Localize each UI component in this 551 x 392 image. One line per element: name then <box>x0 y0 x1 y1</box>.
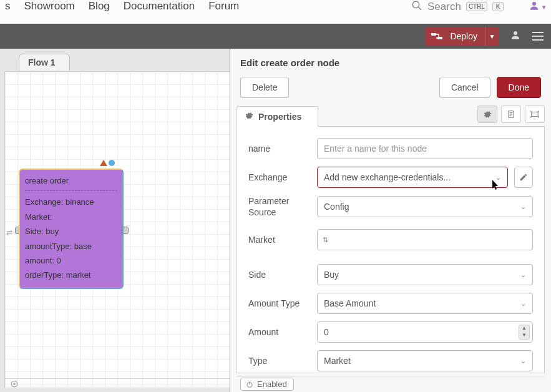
workspace: Flow 1 ⇄ create order Exchange: binanceM… <box>0 49 551 392</box>
chevron-down-icon: ⌄ <box>520 357 526 365</box>
gear-icon <box>483 110 492 119</box>
node-port-indicator-icon: ⇄ <box>6 228 12 237</box>
label-type: Type <box>248 355 310 366</box>
node-kv: Exchange: binance <box>25 195 117 209</box>
user-icon <box>529 0 540 14</box>
deploy-split-button: Deploy ▼ <box>425 27 499 46</box>
tab-properties-label: Properties <box>258 112 301 122</box>
svg-rect-12 <box>532 112 539 117</box>
amount-value: 0 <box>324 327 519 337</box>
pencil-icon <box>519 173 528 182</box>
svg-point-6 <box>11 381 17 386</box>
node-kv: amount: 0 <box>25 253 117 268</box>
hamburger-menu[interactable] <box>532 32 544 41</box>
svg-line-15 <box>530 117 532 118</box>
search-icon <box>411 0 422 13</box>
canvas-footer <box>5 378 230 391</box>
param-source-select[interactable]: Config ⌄ <box>317 196 533 217</box>
label-amount-type: Amount Type <box>248 298 310 309</box>
svg-rect-3 <box>431 33 436 36</box>
market-input[interactable]: ⇅ <box>317 229 533 250</box>
name-input[interactable]: Enter a name for this node <box>317 138 533 159</box>
panel-actions: Delete Cancel Done <box>230 68 551 105</box>
node-status-badges <box>100 160 115 166</box>
chevron-down-icon: ⌄ <box>520 203 526 211</box>
amount-input[interactable]: 0 ▲▼ <box>317 321 533 343</box>
nav-link-showroom[interactable]: Showroom <box>24 0 75 12</box>
deploy-label: Deploy <box>450 31 477 41</box>
nav-link-partial[interactable]: s <box>5 0 11 12</box>
panel-footer: Enabled <box>236 376 545 392</box>
node-title: create order <box>25 174 117 188</box>
panel-appearance-button[interactable] <box>525 105 545 123</box>
warning-icon <box>100 160 107 166</box>
done-button[interactable]: Done <box>497 77 541 98</box>
document-icon <box>507 110 515 119</box>
node-kv: Side: buy <box>25 224 117 238</box>
amount-type-select[interactable]: Base Amount ⌄ <box>317 293 533 314</box>
svg-point-5 <box>514 31 517 35</box>
node-kv: Market: <box>25 210 117 224</box>
svg-point-0 <box>412 1 419 8</box>
flow-tab-row: Flow 1 <box>19 54 70 71</box>
nav-link-forum[interactable]: Forum <box>208 0 239 12</box>
panel-tabs: Properties <box>236 105 545 127</box>
target-icon[interactable] <box>10 380 19 390</box>
header-user-icon[interactable] <box>510 29 521 44</box>
type-value: Market <box>324 356 351 366</box>
svg-point-2 <box>532 2 536 6</box>
amount-type-value: Base Amount <box>324 298 376 308</box>
nav-link-blog[interactable]: Blog <box>89 0 110 12</box>
deploy-caret[interactable]: ▼ <box>485 27 499 46</box>
svg-point-7 <box>14 383 15 385</box>
label-amount: Amount <box>248 326 310 338</box>
create-order-node[interactable]: create order Exchange: binanceMarket: Si… <box>19 169 124 289</box>
panel-docs-button[interactable] <box>501 105 521 123</box>
param-source-value: Config <box>324 202 349 212</box>
label-side: Side <box>248 269 310 280</box>
power-icon <box>246 381 253 388</box>
gear-icon <box>245 111 253 122</box>
changed-dot-icon <box>109 160 115 166</box>
layout-icon <box>530 110 539 119</box>
panel-title: Edit create order node <box>230 49 551 68</box>
deploy-icon <box>431 32 444 41</box>
delete-button[interactable]: Delete <box>240 77 289 98</box>
node-body: Exchange: binanceMarket: Side: buyamount… <box>25 195 117 282</box>
tab-properties[interactable]: Properties <box>236 106 318 127</box>
node-editor-panel: Edit create order node Delete Cancel Don… <box>230 49 551 392</box>
enabled-toggle[interactable]: Enabled <box>240 378 294 391</box>
edit-exchange-button[interactable] <box>514 167 533 188</box>
exchange-select[interactable]: Add new exchange-credentials... ⌄ <box>317 167 508 188</box>
exchange-select-value: Add new exchange-credentials... <box>324 172 451 182</box>
svg-line-16 <box>538 117 539 118</box>
user-menu[interactable]: ▾ <box>529 0 546 14</box>
label-param-source: Parameter Source <box>248 195 310 218</box>
panel-body: name Enter a name for this node Exchange… <box>236 127 545 373</box>
app-header: Deploy ▼ <box>0 24 551 49</box>
chevron-down-icon: ▾ <box>542 3 546 11</box>
tab-flow1[interactable]: Flow 1 <box>19 54 70 71</box>
panel-settings-button[interactable] <box>477 105 497 123</box>
chevron-down-icon: ⌄ <box>495 174 501 182</box>
type-select[interactable]: Market ⌄ <box>317 350 533 371</box>
deploy-button[interactable]: Deploy <box>425 27 485 46</box>
chevron-down-icon: ⌄ <box>520 271 526 279</box>
site-topnav: s Showroom Blog Documentation Forum Sear… <box>0 0 551 24</box>
nav-link-documentation[interactable]: Documentation <box>124 0 195 12</box>
cancel-button[interactable]: Cancel <box>439 77 490 98</box>
node-kv: amountType: base <box>25 239 117 253</box>
sort-icon: ⇅ <box>320 236 330 244</box>
chevron-down-icon: ⌄ <box>520 300 526 308</box>
amount-stepper[interactable]: ▲▼ <box>519 325 530 340</box>
enabled-label: Enabled <box>257 380 287 389</box>
svg-line-14 <box>538 111 539 112</box>
label-market: Market <box>248 234 310 245</box>
label-exchange: Exchange <box>248 172 310 183</box>
side-value: Buy <box>324 270 339 280</box>
side-select[interactable]: Buy ⌄ <box>317 264 533 285</box>
label-name: name <box>248 143 310 154</box>
kbd-ctrl: CTRL <box>466 2 487 11</box>
node-kv: orderType: market <box>25 268 117 282</box>
search-trigger[interactable]: Search CTRL K <box>411 0 504 13</box>
